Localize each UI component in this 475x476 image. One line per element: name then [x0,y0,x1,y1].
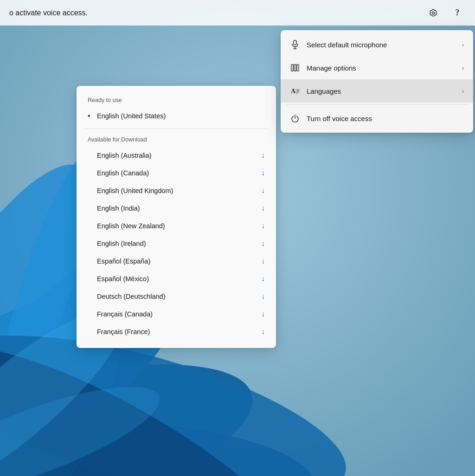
submenu-item-9[interactable]: Français (Canada) ↓ [77,305,276,323]
menu-divider [286,104,468,105]
download-icon-4: ↓ [261,222,265,230]
settings-button[interactable] [425,5,442,21]
languages-submenu: Ready to use • English (United States) A… [77,86,276,348]
submenu-item-label-1: English (Canada) [97,169,261,177]
selected-bullet: • [88,112,97,120]
submenu-item-3[interactable]: English (India) ↓ [77,199,276,217]
download-icon-6: ↓ [261,257,265,265]
submenu-item-label-3: English (India) [97,205,261,212]
submenu-item-label-4: English (New Zealand) [97,222,261,230]
download-section-label: Available for Download [77,133,276,147]
menu-item-languages[interactable]: A 字 Languages › [281,79,473,103]
submenu-item-10[interactable]: Français (France) ↓ [77,323,276,341]
submenu-item-label-2: English (United Kingdom) [97,187,261,194]
download-icon-1: ↓ [261,169,265,177]
download-icon-10: ↓ [261,328,265,336]
submenu-item-label-8: Deutsch (Deutschland) [97,293,261,300]
submenu-item-0[interactable]: English (Australia) ↓ [77,147,276,164]
chevron-right-icon: › [462,41,464,48]
options-icon [290,63,300,73]
gear-icon [429,8,438,18]
submenu-item-label-7: Español (México) [97,275,261,283]
submenu-item-8[interactable]: Deutsch (Deutschland) ↓ [77,288,276,305]
menu-item-microphone[interactable]: Select default microphone › [281,33,473,56]
submenu-item-label-english-us: English (United States) [97,112,265,120]
submenu-divider [84,129,269,129]
submenu-item-label-5: English (Ireland) [97,240,261,247]
svg-rect-11 [294,40,296,45]
svg-rect-14 [291,64,293,71]
context-menu: Select default microphone › Manage optio… [281,30,473,133]
submenu-item-1[interactable]: English (Canada) ↓ [77,164,276,182]
submenu-item-5[interactable]: English (Ireland) ↓ [77,235,276,252]
download-icon-2: ↓ [261,187,265,195]
svg-rect-16 [297,64,299,71]
submenu-item-4[interactable]: English (New Zealand) ↓ [77,217,276,235]
language-icon: A 字 [290,86,300,96]
download-icon-7: ↓ [261,275,265,283]
topbar: o activate voice access. ? [0,0,475,26]
topbar-title: o activate voice access. [9,9,88,17]
download-icon-3: ↓ [261,204,265,212]
menu-item-languages-label: Languages [307,87,456,95]
chevron-right-icon-3: › [462,88,464,95]
power-icon [290,113,300,123]
menu-item-turnoff[interactable]: Turn off voice access [281,107,473,130]
submenu-item-2[interactable]: English (United Kingdom) ↓ [77,182,276,199]
submenu-item-label-6: Español (España) [97,257,261,265]
topbar-icons: ? [425,5,466,21]
submenu-item-7[interactable]: Español (México) ↓ [77,270,276,288]
submenu-item-6[interactable]: Español (España) ↓ [77,252,276,270]
download-icon-8: ↓ [261,292,265,301]
menu-item-turnoff-label: Turn off voice access [307,115,464,122]
svg-text:字: 字 [295,89,300,94]
download-icon-0: ↓ [261,151,265,160]
download-icon-5: ↓ [261,239,265,248]
menu-item-options-label: Manage options [307,64,456,72]
chevron-right-icon-2: › [462,64,464,71]
help-button[interactable]: ? [449,5,466,21]
help-icon: ? [456,8,460,18]
submenu-item-label-0: English (Australia) [97,152,261,159]
submenu-item-label-9: Français (Canada) [97,310,261,318]
download-icon-9: ↓ [261,310,265,318]
submenu-item-english-us[interactable]: • English (United States) [77,107,276,125]
menu-item-options[interactable]: Manage options › [281,56,473,79]
menu-item-microphone-label: Select default microphone [307,41,456,49]
submenu-item-label-10: Français (France) [97,328,261,335]
svg-rect-15 [294,64,296,71]
ready-section-label: Ready to use [77,93,276,107]
microphone-icon [290,39,300,50]
